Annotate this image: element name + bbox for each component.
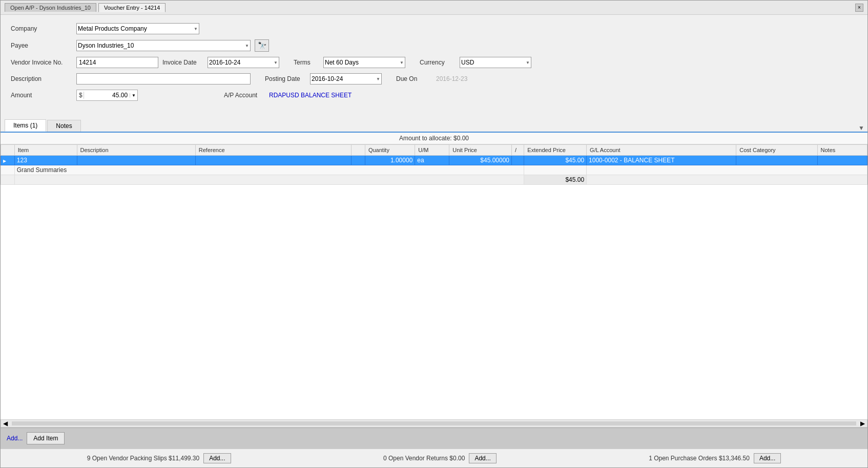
cell-um: ea (415, 156, 449, 165)
grand-summaries-label: Grand Summaries (14, 165, 524, 175)
posting-date-label: Posting Date (265, 75, 306, 82)
packing-slips-add-button[interactable]: Add... (203, 453, 231, 463)
invoice-date-value: 2016-10-24 (209, 59, 240, 66)
cell-sq (352, 156, 365, 165)
th-expand (1, 145, 15, 156)
invoice-row: Vendor Invoice No. Invoice Date 2016-10-… (11, 57, 857, 68)
items-area: Amount to allocate: $0.00 (1, 133, 867, 419)
main-window: Open A/P - Dyson Industries_10 Voucher E… (0, 0, 868, 468)
purchase-orders-add-button[interactable]: Add... (754, 453, 781, 463)
grand-summaries-rest (587, 165, 867, 175)
company-value: Metal Products Company (78, 25, 147, 32)
title-bar-tabs: Open A/P - Dyson Industries_10 Voucher E… (5, 3, 166, 12)
table-row[interactable]: ▶ 123 1.00000 ea $45.00000 $45.00 1000-0… (1, 156, 867, 165)
description-input[interactable] (76, 73, 251, 84)
cell-unit-price: $45.00000 (449, 156, 512, 165)
terms-value: Net 60 Days (325, 59, 359, 66)
horizontal-scrollbar[interactable]: ◀ ▶ (1, 419, 867, 428)
form-area: Company Metal Products Company ▼ Payee D… (1, 15, 867, 114)
amount-row: Amount $ 45.00 ▼ A/P Account RDAPUSD BAL… (11, 90, 857, 101)
title-bar: Open A/P - Dyson Industries_10 Voucher E… (1, 1, 867, 15)
add-item-button[interactable]: Add Item (27, 432, 65, 444)
cell-reference (195, 156, 351, 165)
purchase-orders-text: 1 Open Purchase Orders $13,346.50 (649, 455, 750, 462)
due-on-value: 2016-12-23 (436, 75, 467, 82)
company-select[interactable]: Metal Products Company ▼ (76, 23, 199, 34)
payee-select[interactable]: Dyson Industries_10 ▼ (76, 40, 251, 51)
tab-notes[interactable]: Notes (47, 120, 80, 132)
payee-lookup-button[interactable]: 🔭 (255, 39, 269, 52)
summary-amount-row: $45.00 (1, 175, 867, 185)
th-quantity: Quantity (365, 145, 415, 156)
table-header-row: Item Description Reference Quantity U/M … (1, 145, 867, 156)
th-reference: Reference (195, 145, 351, 156)
cell-expand: ▶ (1, 156, 15, 165)
vendor-returns-add-button[interactable]: Add... (469, 453, 496, 463)
th-unit-price: Unit Price (449, 145, 512, 156)
vendor-invoice-input[interactable] (76, 57, 158, 68)
allocate-text: Amount to allocate: $0.00 (399, 135, 469, 142)
due-on-label: Due On (396, 75, 432, 82)
tab-items[interactable]: Items (1) (5, 119, 46, 132)
th-extended-price: Extended Price (524, 145, 587, 156)
sa-spacer (14, 175, 524, 185)
payee-row: Payee Dyson Industries_10 ▼ 🔭 (11, 39, 857, 52)
content-tabs: Items (1) Notes ▼ (1, 119, 867, 133)
cell-extended-price: $45.00 (524, 156, 587, 165)
th-description: Description (77, 145, 195, 156)
amount-field[interactable]: $ 45.00 ▼ (76, 90, 138, 101)
th-notes: Notes (817, 145, 867, 156)
description-row: Description Posting Date 2016-10-24 ▼ Du… (11, 73, 857, 84)
description-label: Description (11, 75, 72, 82)
footer-vendor-returns: 0 Open Vendor Returns $0.00 Add... (383, 453, 497, 463)
amount-value: 45.00 (84, 92, 130, 99)
company-label: Company (11, 25, 72, 32)
scroll-right-icon[interactable]: ▶ (858, 420, 867, 427)
terms-select[interactable]: Net 60 Days ▼ (323, 57, 405, 68)
th-cost-category: Cost Category (736, 145, 817, 156)
ap-account-label: A/P Account (224, 92, 265, 99)
vendor-returns-text: 0 Open Vendor Returns $0.00 (383, 455, 465, 462)
tab-voucher-entry[interactable]: Voucher Entry - 14214 (98, 3, 166, 12)
cell-cost-category (736, 156, 817, 165)
ap-account-link[interactable]: RDAPUSD BALANCE SHEET (269, 92, 352, 99)
cell-gl-account: 1000-0002 - BALANCE SHEET (587, 156, 736, 165)
binoculars-icon: 🔭 (258, 41, 266, 50)
grand-summaries-row: Grand Summaries (1, 165, 867, 175)
close-button[interactable]: × (855, 4, 863, 12)
cell-item: 123 (14, 156, 77, 165)
currency-label: Currency (420, 59, 456, 66)
th-um: U/M (415, 145, 449, 156)
posting-date-select[interactable]: 2016-10-24 ▼ (310, 73, 382, 84)
footer-packing-slips: 9 Open Vendor Packing Slips $11,499.30 A… (87, 453, 231, 463)
grand-summaries-amount (524, 165, 587, 175)
scroll-track[interactable] (12, 421, 856, 426)
terms-label: Terms (294, 59, 319, 66)
cell-notes (817, 156, 867, 165)
currency-select[interactable]: USD ▼ (460, 57, 531, 68)
row-expand-icon: ▶ (3, 159, 6, 163)
posting-date-dropdown-icon: ▼ (376, 77, 380, 81)
posting-date-value: 2016-10-24 (312, 75, 343, 82)
th-sq (352, 145, 365, 156)
th-item: Item (14, 145, 77, 156)
amount-dollar-sign: $ (77, 92, 84, 99)
scroll-left-icon[interactable]: ◀ (1, 420, 10, 427)
payee-label: Payee (11, 42, 72, 49)
company-row: Company Metal Products Company ▼ (11, 23, 857, 34)
footer-purchase-orders: 1 Open Purchase Orders $13,346.50 Add... (649, 453, 781, 463)
add-link[interactable]: Add... (7, 435, 23, 442)
payee-dropdown-icon: ▼ (245, 44, 249, 48)
currency-value: USD (461, 59, 474, 66)
payee-value: Dyson Industries_10 (78, 42, 134, 49)
cell-quantity: 1.00000 (365, 156, 415, 165)
tab-scroll-right-icon[interactable]: ▼ (855, 124, 867, 132)
sa-expand (1, 175, 15, 185)
amount-label: Amount (11, 92, 72, 99)
tab-open-ap[interactable]: Open A/P - Dyson Industries_10 (5, 3, 96, 12)
sa-rest (587, 175, 867, 185)
th-gl-account: G/L Account (587, 145, 736, 156)
items-table: Item Description Reference Quantity U/M … (1, 144, 867, 185)
invoice-date-select[interactable]: 2016-10-24 ▼ (208, 57, 279, 68)
sa-total: $45.00 (524, 175, 587, 185)
